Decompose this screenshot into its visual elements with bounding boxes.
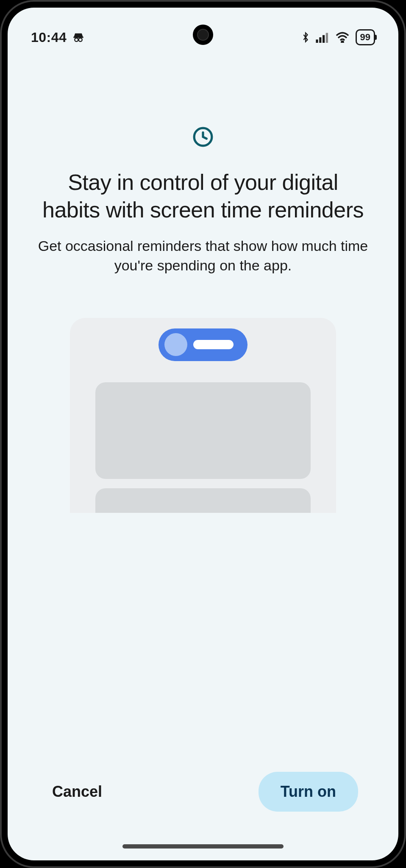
pill-bar [193, 340, 234, 349]
camera-notch [193, 25, 213, 45]
turn-on-button[interactable]: Turn on [259, 772, 358, 812]
status-time: 10:44 [31, 30, 67, 45]
bluetooth-icon [301, 31, 310, 44]
svg-rect-3 [319, 37, 321, 43]
clock-icon [192, 126, 214, 147]
status-bar-left: 10:44 [31, 30, 84, 45]
reminder-pill-illustration [159, 328, 247, 361]
home-indicator[interactable] [122, 844, 284, 849]
phone-frame: 10:44 [0, 0, 406, 868]
wifi-icon [335, 32, 350, 43]
main-content: Stay in control of your digital habits w… [8, 50, 398, 772]
svg-point-0 [75, 38, 78, 42]
svg-point-1 [79, 38, 82, 42]
page-subtitle: Get occasional reminders that show how m… [37, 236, 369, 275]
phone-screen: 10:44 [8, 8, 398, 860]
content-placeholder-block [95, 488, 311, 513]
camera-lens [197, 29, 209, 41]
cancel-button[interactable]: Cancel [48, 774, 106, 809]
svg-point-6 [341, 41, 343, 43]
incognito-icon [72, 31, 84, 43]
cellular-signal-icon [316, 32, 329, 43]
pill-circle [164, 333, 187, 356]
battery-level: 99 [360, 32, 370, 43]
svg-rect-4 [323, 35, 325, 43]
svg-rect-2 [316, 39, 318, 43]
svg-rect-5 [325, 33, 328, 43]
status-bar-right: 99 [301, 29, 375, 45]
page-title: Stay in control of your digital habits w… [37, 169, 369, 224]
illustration-card [70, 318, 336, 513]
content-placeholder-block [95, 382, 311, 479]
battery-indicator: 99 [356, 29, 375, 45]
